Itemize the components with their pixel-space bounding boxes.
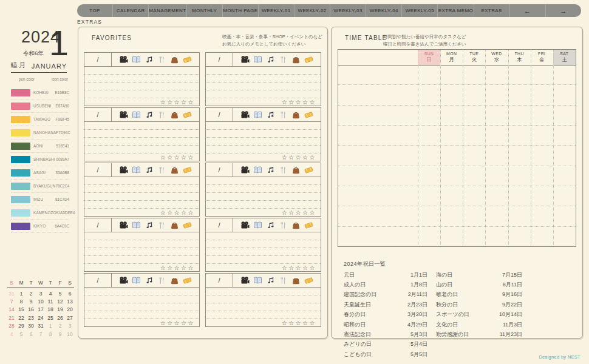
calendar-date: 23: [26, 314, 36, 322]
timetable-day-header-sat: SAT土: [553, 50, 576, 65]
timetable-time-column-header: [338, 50, 418, 65]
calendar-date: 8: [16, 297, 26, 305]
open-book-icon: [132, 221, 141, 230]
movie-camera-icon: [240, 166, 250, 175]
writing-line: [84, 90, 199, 98]
timetable-day-header-tue: TUE火: [463, 50, 485, 65]
favorite-entry-box: /☆☆☆☆☆: [84, 163, 200, 217]
nav-tab-weekly-02[interactable]: WEEKLY-02: [294, 4, 330, 17]
movie-camera-icon: [119, 166, 128, 175]
nav-tab-extras[interactable]: EXTRAS: [474, 4, 509, 17]
timetable-note: 時間割や観たい番組や日常のタスクなど 曜日と時間を書き込んでご活用ください: [383, 33, 517, 47]
color-name: SHINBASHI: [33, 157, 56, 161]
timetable-column-divider: [531, 50, 531, 246]
holiday-name: 憲法記念日: [344, 331, 396, 339]
writing-line: [84, 82, 199, 90]
favorite-entry-box: /☆☆☆☆☆: [84, 107, 200, 161]
calendar-date: 6: [65, 289, 75, 297]
next-page-button[interactable]: →: [545, 4, 581, 17]
era-label: 令和6年: [23, 50, 44, 58]
favorites-note-line2: お気に入りのメモとしてお使いください: [222, 41, 325, 48]
favorite-category-icons: [233, 163, 321, 177]
nav-tab-weekly-01[interactable]: WEEKLY-01: [258, 4, 294, 17]
color-name: TAMAGO: [33, 117, 56, 121]
handbag-icon: [170, 166, 179, 175]
ticket-icon: [183, 55, 192, 64]
writing-line: [206, 122, 321, 129]
nav-tab-calendar[interactable]: CALENDAR: [112, 4, 148, 17]
day-name-jp: 木: [517, 56, 522, 64]
icon-color-label: icon color: [52, 77, 68, 81]
color-swatch-row: ASAGI33A6B8: [11, 166, 69, 180]
color-name: NANOHANA: [33, 130, 56, 135]
writing-line: [84, 295, 199, 303]
color-swatch: [11, 129, 30, 136]
mini-calendar: SMTWTFS311234567891011121314151617181920…: [7, 278, 76, 338]
color-hex: A5DEE4: [60, 211, 75, 215]
timetable-grid: SUN日MON月TUE火WED水THU木FRI金SAT土: [338, 49, 576, 247]
nav-tab-top[interactable]: TOP: [77, 4, 112, 17]
favorite-entry-body: ☆☆☆☆☆: [84, 122, 199, 161]
timetable-row: [338, 105, 576, 125]
favorites-note-line1: 映画・本・音楽・食事・SHOP・イベントのなど: [222, 33, 325, 41]
writing-line: [206, 184, 321, 192]
color-hex: E87A90: [56, 104, 69, 108]
favorite-entry-box: /☆☆☆☆☆: [84, 218, 200, 272]
nav-tab-monthly[interactable]: MONTHLY: [186, 4, 222, 17]
holiday-row: 海の日7月15日: [436, 270, 522, 280]
nav-tab-weekly-05[interactable]: WEEKLY-05: [401, 4, 437, 17]
favorite-date-field: /: [206, 274, 233, 287]
color-hex: 0089A7: [56, 157, 69, 161]
writing-line: [206, 129, 321, 137]
writing-line: [206, 232, 321, 240]
month-number: 1: [47, 24, 70, 62]
holiday-row: 勤労感謝の日11月23日: [436, 329, 522, 339]
calendar-date: 12: [55, 297, 65, 305]
writing-line: [84, 67, 199, 74]
ticket-icon: [304, 221, 313, 230]
favorite-entry-header: /: [84, 274, 199, 288]
nav-tab-extra-memo[interactable]: EXTRA MEMO: [437, 4, 473, 17]
color-hex: 516E41: [56, 144, 69, 148]
designer-credit: Designed by NEST: [539, 354, 580, 360]
day-name-en: WED: [491, 52, 502, 56]
fork-knife-icon: [279, 277, 287, 285]
rating-stars: ☆☆☆☆☆: [84, 263, 199, 271]
nav-tab-weekly-03[interactable]: WEEKLY-03: [330, 4, 366, 17]
movie-camera-icon: [240, 276, 250, 285]
favorite-category-icons: [112, 163, 199, 177]
holiday-row: 成人の日1月8日: [344, 280, 427, 289]
fork-knife-icon: [158, 277, 166, 285]
color-name: USUBENI: [33, 104, 56, 108]
timetable-day-header-thu: THU木: [508, 50, 531, 65]
day-name-jp: 火: [472, 56, 477, 64]
fork-knife-icon: [158, 111, 166, 119]
ticket-icon: [183, 276, 192, 285]
color-swatch: [11, 183, 30, 190]
top-nav-bar: TOPCALENDARMANAGEMENTMONTHLYMONTH PAGEWE…: [77, 4, 581, 17]
favorites-title: FAVORITES: [92, 35, 132, 41]
calendar-date: 26: [55, 314, 65, 322]
nav-tab-month-page[interactable]: MONTH PAGE: [222, 4, 258, 17]
nav-tab-management[interactable]: MANAGEMENT: [148, 4, 186, 17]
favorite-entry-header: /: [206, 53, 321, 67]
writing-line: [206, 311, 321, 318]
movie-camera-icon: [119, 55, 128, 64]
handbag-icon: [170, 55, 179, 64]
writing-line: [84, 184, 199, 192]
holiday-date: 4月29日: [396, 321, 427, 329]
favorites-panel: FAVORITES 映画・本・音楽・食事・SHOP・イベントのなど お気に入りの…: [78, 27, 328, 339]
calendar-day-header: S: [7, 278, 16, 287]
fork-knife-icon: [279, 111, 287, 119]
music-notes-icon: [145, 55, 154, 64]
nav-tab-weekly-04[interactable]: WEEKLY-04: [366, 4, 401, 17]
day-name-jp: 土: [562, 56, 567, 64]
color-name: BYAKUGUN: [33, 184, 55, 188]
favorite-date-field: /: [206, 163, 233, 177]
prev-page-button[interactable]: ←: [509, 4, 545, 17]
writing-line: [84, 137, 199, 145]
timetable-row: [338, 65, 576, 84]
color-swatch: [11, 223, 30, 230]
timetable-title: TIME TABLE: [345, 35, 387, 41]
color-swatch-row: SHINBASHI0089A7: [11, 153, 69, 166]
